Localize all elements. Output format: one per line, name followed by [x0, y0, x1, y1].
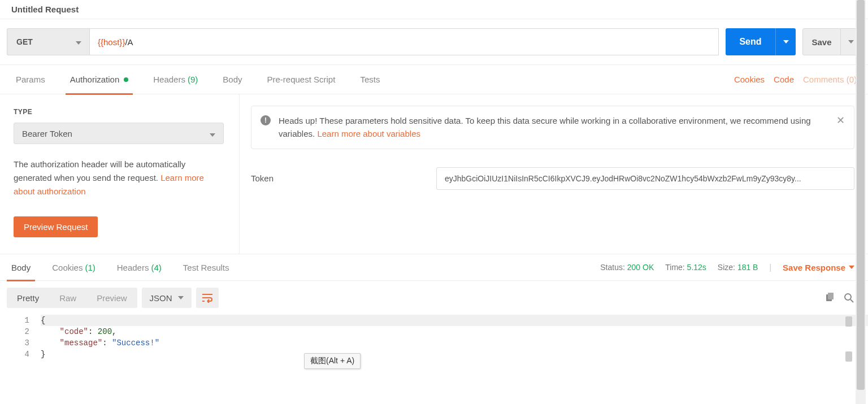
response-scrollbar-thumb[interactable]	[845, 351, 852, 362]
auth-description-text: The authorization header will be automat…	[14, 159, 185, 183]
line-number: 4	[7, 349, 29, 360]
auth-type-label: TYPE	[14, 108, 225, 116]
url-path: /A	[125, 37, 133, 47]
save-response-button[interactable]: Save Response	[783, 263, 854, 272]
caret-down-icon	[76, 37, 81, 46]
token-input[interactable]: eyJhbGciOiJIUzI1NiIsInR5cCI6IkpXVCJ9.eyJ…	[436, 167, 854, 190]
tab-headers-count: (9)	[188, 75, 198, 84]
format-select[interactable]: JSON	[142, 288, 192, 308]
preview-request-button[interactable]: Preview Request	[14, 216, 98, 237]
tab-authorization[interactable]: Authorization	[66, 65, 133, 94]
resp-tab-headers[interactable]: Headers (4)	[112, 254, 166, 281]
wrap-button[interactable]	[196, 288, 219, 308]
tab-body[interactable]: Body	[218, 65, 246, 94]
view-tab-pretty[interactable]: Pretty	[7, 288, 49, 308]
status-meta: Status: 200 OK	[600, 263, 654, 272]
auth-right-panel: ! Heads up! These parameters hold sensit…	[240, 94, 868, 254]
code-line: }	[41, 349, 868, 360]
url-input[interactable]: {{host}}/A	[89, 28, 719, 55]
caret-down-icon	[783, 40, 789, 44]
method-value: GET	[16, 37, 33, 46]
warning-icon: !	[261, 115, 271, 125]
svg-rect-1	[828, 293, 834, 299]
tab-authorization-label: Authorization	[70, 75, 120, 84]
resp-tab-headers-label: Headers	[117, 263, 149, 272]
response-body-code: 1 2 3 4 { "code": 200, "message": "Succe…	[0, 315, 868, 360]
time-meta: Time: 5.12s	[665, 263, 706, 272]
tab-headers-label: Headers	[153, 75, 185, 84]
line-number: 2	[7, 326, 29, 337]
save-button[interactable]: Save	[802, 28, 841, 55]
caret-down-icon	[849, 266, 854, 269]
size-meta: Size: 181 B	[718, 263, 758, 272]
resp-tab-cookies[interactable]: Cookies (1)	[47, 254, 100, 281]
auth-description: The authorization header will be automat…	[14, 158, 224, 198]
url-variable: {{host}}	[98, 37, 125, 47]
code-line: {	[41, 315, 868, 326]
tab-headers[interactable]: Headers (9)	[149, 65, 202, 94]
resp-tab-test-results[interactable]: Test Results	[179, 254, 234, 281]
line-number: 1	[7, 315, 29, 326]
resp-tab-headers-count: (4)	[151, 263, 161, 272]
send-button[interactable]: Send	[726, 28, 775, 55]
auth-left-panel: TYPE Bearer Token The authorization head…	[0, 94, 240, 254]
auth-type-value: Bearer Token	[22, 129, 72, 138]
save-response-label: Save Response	[783, 263, 845, 272]
svg-point-2	[845, 294, 851, 300]
method-select[interactable]: GET	[7, 28, 89, 55]
close-icon[interactable]: ✕	[836, 114, 845, 127]
scrollbar-thumb[interactable]	[857, 0, 865, 390]
token-label: Token	[251, 173, 436, 183]
response-meta: Status: 200 OK Time: 5.12s Size: 181 B |…	[600, 263, 854, 272]
caret-down-icon	[210, 129, 215, 138]
outer-scrollbar[interactable]	[856, 0, 866, 404]
warning-text: Heads up! These parameters hold sensitiv…	[279, 114, 828, 141]
token-row: Token eyJhbGciOiJIUzI1NiIsInR5cCI6IkpXVC…	[251, 167, 854, 190]
code-link[interactable]: Code	[774, 75, 794, 84]
resp-tab-cookies-label: Cookies	[52, 263, 83, 272]
auth-type-select[interactable]: Bearer Token	[14, 123, 224, 144]
line-number: 3	[7, 337, 29, 349]
status-dot-icon	[124, 77, 128, 82]
line-gutter: 1 2 3 4	[7, 315, 41, 360]
comments-link[interactable]: Comments (0)	[803, 75, 857, 84]
resp-tab-body[interactable]: Body	[7, 254, 35, 281]
view-tab-preview[interactable]: Preview	[86, 288, 137, 308]
response-tabs: Body Cookies (1) Headers (4) Test Result…	[0, 254, 868, 281]
send-caret-button[interactable]	[775, 28, 796, 55]
view-tab-raw[interactable]: Raw	[49, 288, 86, 308]
caret-down-icon	[178, 296, 184, 299]
caret-down-icon	[848, 40, 854, 44]
request-row: GET {{host}}/A Send Save	[0, 19, 868, 65]
request-title: Untitled Request	[0, 0, 868, 19]
search-icon[interactable]	[843, 292, 854, 303]
tab-params[interactable]: Params	[11, 65, 50, 94]
response-scrollbar-thumb[interactable]	[845, 316, 852, 327]
code-lines[interactable]: { "code": 200, "message": "Success!" }	[41, 315, 868, 360]
wrap-icon	[201, 293, 214, 303]
screenshot-tooltip: 截图(Alt + A)	[304, 353, 361, 369]
cookies-link[interactable]: Cookies	[734, 75, 765, 84]
request-tabs: Params Authorization Headers (9) Body Pr…	[0, 65, 868, 94]
warning-box: ! Heads up! These parameters hold sensit…	[251, 106, 854, 149]
learn-more-variables-link[interactable]: Learn more about variables	[317, 129, 420, 138]
copy-icon[interactable]	[824, 292, 835, 303]
code-line: "code": 200,	[41, 326, 868, 337]
code-line: "message": "Success!"	[41, 337, 868, 349]
tab-tests[interactable]: Tests	[355, 65, 384, 94]
tab-pre-request-script[interactable]: Pre-request Script	[263, 65, 340, 94]
view-toolbar: Pretty Raw Preview JSON	[0, 281, 868, 315]
auth-panel: TYPE Bearer Token The authorization head…	[0, 94, 868, 254]
view-tabs: Pretty Raw Preview	[7, 288, 137, 308]
format-value: JSON	[150, 293, 172, 303]
resp-tab-cookies-count: (1)	[85, 263, 95, 272]
